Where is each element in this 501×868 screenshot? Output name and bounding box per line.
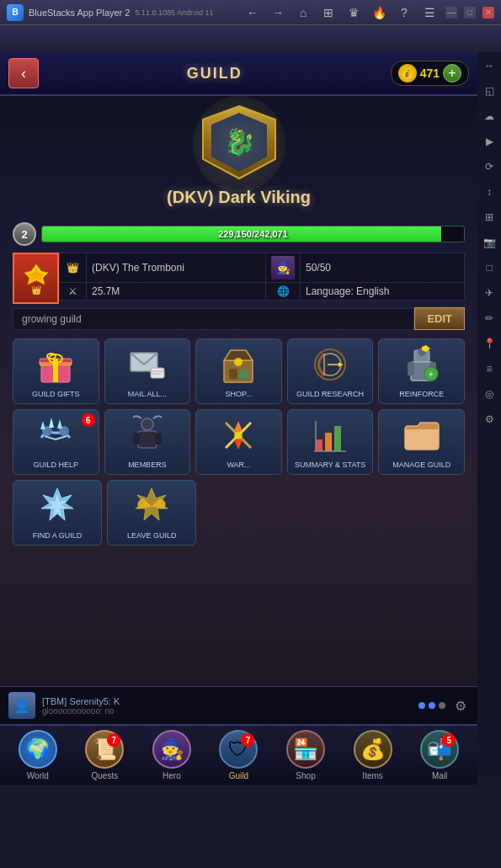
hero-nav-icon: 🧙 xyxy=(152,730,191,769)
quests-nav-label: Quests xyxy=(92,771,119,780)
crown-cell: 👑 xyxy=(60,253,87,283)
sidebar-refresh-icon[interactable]: ⟳ xyxy=(481,158,498,175)
svg-point-16 xyxy=(234,358,243,366)
power-badge: 👑 xyxy=(13,253,59,304)
sidebar-layers-icon[interactable]: ≡ xyxy=(481,360,498,377)
guild-research-label: GUILD RESEARCH xyxy=(296,390,364,399)
nav-question-icon[interactable]: ? xyxy=(395,3,413,22)
edit-button[interactable]: EDIT xyxy=(414,307,465,330)
leader-info: 👑 (DKV) The Tromboni 🧙 50/50 ⚔ 25.7M xyxy=(59,253,465,304)
svg-rect-18 xyxy=(239,370,248,379)
emblem-glow xyxy=(193,96,285,192)
svg-text:+: + xyxy=(429,370,434,379)
menu-item-guild-research[interactable]: GUILD RESEARCH xyxy=(287,338,374,404)
title-bar-left: B BlueStacks App Player 2 5.11.0.1085 An… xyxy=(7,4,214,21)
sidebar-resize-icon[interactable]: ↕ xyxy=(481,184,498,200)
nav-menu-icon[interactable]: ☰ xyxy=(420,3,439,22)
dot-1 xyxy=(418,702,425,709)
guild-level-badge: 2 xyxy=(13,222,36,246)
dot-2 xyxy=(429,702,435,709)
nav-item-quests[interactable]: 7 📜 Quests xyxy=(85,730,124,780)
menu-item-reinforce[interactable]: + REINFORCE xyxy=(378,338,465,404)
nav-item-guild[interactable]: 7 🛡 Guild xyxy=(219,730,258,780)
add-currency-button[interactable]: + xyxy=(443,64,461,83)
sidebar-target-icon[interactable]: ◎ xyxy=(481,386,498,402)
svg-rect-40 xyxy=(155,433,162,445)
svg-marker-43 xyxy=(234,421,243,431)
nav-fire-icon[interactable]: 🔥 xyxy=(370,3,388,22)
nav-back-icon[interactable]: ← xyxy=(243,3,262,22)
leader-row: 👑 👑 (DKV) The Tromboni 🧙 50/50 xyxy=(13,253,465,304)
nav-item-items[interactable]: 💰 Items xyxy=(354,730,392,780)
sidebar-settings-icon[interactable]: ⚙ xyxy=(481,411,498,428)
summary-stats-icon xyxy=(308,413,352,457)
nav-item-world[interactable]: 🌍 World xyxy=(19,730,57,780)
back-button[interactable]: ‹ xyxy=(8,58,39,88)
sidebar-expand-icon[interactable]: ↔ xyxy=(481,57,498,74)
menu-item-leave-guild[interactable]: LEAVE GUILD xyxy=(107,480,196,546)
svg-marker-34 xyxy=(40,421,45,429)
members-count-cell: 50/50 xyxy=(301,253,465,283)
menu-item-mail-all[interactable]: MAIL ALL... xyxy=(104,338,191,404)
menu-item-war[interactable]: WAR... xyxy=(195,409,282,475)
nav-forward-icon[interactable]: → xyxy=(269,3,287,22)
chat-player-name: [TBM] Serenity5: K xyxy=(42,696,412,706)
xp-bar-text: 229,150/242,071 xyxy=(42,226,464,242)
menu-item-find-guild[interactable]: FIND A GUILD xyxy=(13,480,102,546)
summary-stats-label: SUMMARY & STATS xyxy=(295,461,365,470)
menu-item-manage-guild[interactable]: MANAGE GUILD xyxy=(378,409,465,475)
bottom-chat-bar: 👤 [TBM] Serenity5: K glooooooooooo: no ⚙ xyxy=(0,686,477,724)
description-row: growing guild EDIT xyxy=(13,307,465,330)
crown-icon: 👑 xyxy=(67,262,79,274)
menu-item-members[interactable]: MEMBERS xyxy=(104,409,191,475)
svg-marker-44 xyxy=(234,439,243,450)
world-nav-icon: 🌍 xyxy=(19,730,57,769)
items-nav-icon: 💰 xyxy=(354,730,392,769)
nav-item-shop[interactable]: 🏪 Shop xyxy=(286,730,325,780)
leave-guild-label: LEAVE GUILD xyxy=(127,531,176,541)
sidebar-layout-icon[interactable]: ⊞ xyxy=(481,209,498,226)
nav-item-mail[interactable]: 5 📬 Mail xyxy=(420,730,459,780)
sidebar-cloud-icon[interactable]: ☁ xyxy=(481,108,498,125)
sidebar-edit-icon[interactable]: ✏ xyxy=(481,310,498,327)
game-area: ‹ GUILD 💰 471 + xyxy=(0,52,477,785)
settings-chat-icon[interactable]: ⚙ xyxy=(452,697,469,714)
sidebar-fullscreen-icon[interactable]: ◱ xyxy=(481,83,498,99)
sidebar-window-icon[interactable]: □ xyxy=(481,259,498,276)
sidebar-location-icon[interactable]: 📍 xyxy=(481,335,498,352)
sidebar-flight-icon[interactable]: ✈ xyxy=(481,285,498,301)
chat-dots xyxy=(418,702,445,709)
nav-home-icon[interactable]: ⌂ xyxy=(294,3,312,22)
members-label: MEMBERS xyxy=(128,461,167,470)
globe-icon: 🌐 xyxy=(277,285,290,297)
menu-item-guild-gifts[interactable]: GUILD GIFTS xyxy=(13,338,99,404)
mail-all-label: MAIL ALL... xyxy=(128,390,167,399)
leader-avatar: 🧙 xyxy=(271,256,295,280)
menu-item-summary-stats[interactable]: SUMMARY & STATS xyxy=(287,409,374,475)
chat-message: glooooooooooo: no xyxy=(42,706,412,716)
close-button[interactable]: ✕ xyxy=(482,7,494,19)
table-row: 👑 (DKV) The Tromboni 🧙 50/50 xyxy=(60,253,465,283)
manage-guild-label: MANAGE GUILD xyxy=(392,461,450,470)
menu-item-shop[interactable]: SHOP... xyxy=(195,338,282,404)
nav-grid-icon[interactable]: ⊞ xyxy=(319,3,338,22)
guild-emblem-wrapper: 🐉 xyxy=(201,104,277,184)
sidebar-play-icon[interactable]: ▶ xyxy=(481,133,498,150)
war-icon xyxy=(216,413,260,457)
maximize-button[interactable]: □ xyxy=(464,7,476,19)
right-sidebar: ↔ ◱ ☁ ▶ ⟳ ↕ ⊞ 📷 □ ✈ ✏ 📍 ≡ ◎ ⚙ xyxy=(477,52,501,776)
sidebar-camera-icon[interactable]: 📷 xyxy=(481,234,498,251)
leader-name-cell: (DKV) The Tromboni xyxy=(87,253,266,283)
currency-box: 💰 471 + xyxy=(391,61,469,86)
guild-help-icon xyxy=(34,413,77,457)
menu-item-guild-help[interactable]: 6 GUILD HELP xyxy=(13,409,99,475)
mail-nav-label: Mail xyxy=(432,771,447,780)
guild-description: growing guild xyxy=(13,308,414,330)
page-title: GUILD xyxy=(187,65,243,83)
nav-crown-icon[interactable]: ♛ xyxy=(344,3,363,22)
minimize-button[interactable]: — xyxy=(445,7,457,19)
nav-item-hero[interactable]: 🧙 Hero xyxy=(152,730,191,780)
guild-content: 🐉 (DKV) Dark Viking 2 229,150/242,071 👑 xyxy=(0,96,477,559)
manage-guild-icon xyxy=(400,413,444,457)
game-header: ‹ GUILD 💰 471 + xyxy=(0,52,477,96)
